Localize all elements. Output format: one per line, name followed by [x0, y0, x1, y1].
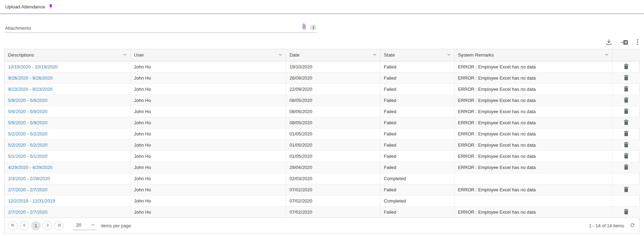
- delete-row-button[interactable]: [624, 142, 629, 148]
- description-link[interactable]: 4/29/2020 - 4/29/2020: [8, 165, 52, 170]
- grid-toolbar: [0, 38, 638, 47]
- table-row: 5/9/2020 - 5/9/2020 John Ho 08/05/2020 F…: [5, 106, 640, 117]
- remarks-cell: ERROR : Employee Excel has no data: [454, 61, 612, 72]
- user-cell: John Ho: [130, 95, 286, 106]
- page-size-dropdown[interactable]: 20: [73, 221, 96, 230]
- column-label: Descriptions: [8, 52, 34, 58]
- chevron-down-icon[interactable]: [123, 52, 127, 58]
- description-link[interactable]: 5/9/2020 - 5/9/2020: [8, 120, 48, 125]
- description-link[interactable]: 5/2/2020 - 5/2/2020: [8, 131, 48, 137]
- delete-row-button[interactable]: [624, 75, 629, 81]
- table-row: 5/2/2020 - 5/2/2020 John Ho 01/05/2020 F…: [5, 128, 640, 139]
- table-row: 2/7/2020 - 2/7/2020 John Ho 07/02/2020 F…: [5, 184, 640, 195]
- description-link[interactable]: 2/3/2020 - 2/28/2020: [8, 176, 50, 181]
- remarks-cell: [454, 173, 612, 184]
- refresh-button[interactable]: [630, 222, 635, 229]
- remarks-cell: ERROR : Employee Excel has no data: [454, 95, 612, 106]
- description-link[interactable]: 10/19/2020 - 10/19/2020: [8, 64, 58, 69]
- chevron-down-icon[interactable]: [278, 52, 283, 58]
- user-cell: John Ho: [130, 61, 286, 72]
- pager-range-label: 1 - 14 of 14 items: [589, 223, 624, 228]
- actions-cell: [612, 128, 640, 139]
- description-cell: 2/3/2020 - 2/28/2020: [5, 173, 130, 184]
- go-to-last-icon: [57, 223, 61, 228]
- user-cell: John Ho: [130, 139, 286, 150]
- state-cell: Failed: [380, 162, 454, 173]
- attach-file-button[interactable]: [301, 23, 307, 31]
- date-cell: 08/05/2020: [286, 106, 380, 117]
- last-page-button[interactable]: [54, 221, 64, 230]
- description-link[interactable]: 5/9/2020 - 5/9/2020: [8, 98, 48, 103]
- column-header-date[interactable]: Date: [286, 49, 380, 61]
- description-link[interactable]: 2/7/2020 - 2/7/2020: [8, 209, 48, 215]
- page-size-value: 20: [76, 222, 81, 228]
- info-button[interactable]: i: [310, 24, 317, 31]
- attachments-label: Attachments: [5, 25, 298, 31]
- delete-row-button[interactable]: [624, 186, 629, 193]
- column-label: User: [134, 52, 144, 58]
- attachments-field[interactable]: Attachments i: [5, 23, 317, 33]
- description-cell: 4/29/2020 - 4/29/2020: [5, 162, 130, 173]
- attendance-table: Descriptions User Date State System Rema…: [5, 49, 640, 217]
- remarks-cell: ERROR : Employee Excel has no data: [454, 184, 612, 195]
- column-header-state[interactable]: State: [380, 49, 454, 61]
- date-cell: 01/05/2020: [286, 139, 380, 150]
- delete-row-button[interactable]: [624, 153, 629, 160]
- description-link[interactable]: 5/1/2020 - 5/1/2020: [8, 154, 48, 159]
- column-header-descriptions[interactable]: Descriptions: [5, 49, 130, 61]
- description-link[interactable]: 5/9/2020 - 5/9/2020: [8, 109, 48, 114]
- delete-row-button[interactable]: [624, 209, 629, 215]
- info-icon: i: [310, 24, 317, 31]
- user-cell: John Ho: [130, 173, 286, 184]
- actions-cell: [612, 106, 640, 117]
- chevron-down-icon[interactable]: [372, 52, 377, 58]
- excel-export-button[interactable]: [621, 39, 628, 46]
- delete-row-button[interactable]: [624, 131, 629, 137]
- date-cell: 08/05/2020: [286, 117, 380, 128]
- column-label: Date: [290, 52, 300, 58]
- description-link[interactable]: 9/26/2020 - 9/26/2020: [8, 75, 52, 81]
- delete-row-button[interactable]: [624, 86, 629, 93]
- trash-icon: [624, 64, 629, 70]
- trash-icon: [624, 119, 629, 126]
- date-cell: 07/02/2020: [286, 195, 380, 206]
- delete-row-button[interactable]: [624, 119, 629, 126]
- chevron-down-icon[interactable]: [447, 52, 451, 58]
- description-link[interactable]: 12/2/2019 - 12/31/2019: [8, 198, 55, 204]
- column-header-system-remarks[interactable]: System Remarks: [454, 49, 612, 61]
- pin-button[interactable]: [48, 4, 53, 10]
- delete-row-button[interactable]: [624, 164, 629, 171]
- delete-row-button[interactable]: [624, 108, 629, 115]
- user-cell: John Ho: [130, 128, 286, 139]
- state-cell: Failed: [380, 95, 454, 106]
- description-link[interactable]: 2/7/2020 - 2/7/2020: [8, 187, 48, 192]
- page-1-button[interactable]: 1: [31, 221, 41, 230]
- user-cell: John Ho: [130, 117, 286, 128]
- remarks-cell: ERROR : Employee Excel has no data: [454, 139, 612, 150]
- next-page-button[interactable]: [43, 221, 52, 230]
- chevron-left-icon: [22, 223, 27, 228]
- description-link[interactable]: 5/2/2020 - 5/2/2020: [8, 142, 48, 148]
- go-to-first-icon: [11, 223, 15, 228]
- description-cell: 9/23/2020 - 9/23/2020: [5, 83, 130, 95]
- delete-row-button[interactable]: [624, 64, 629, 70]
- state-cell: Failed: [380, 206, 454, 217]
- description-cell: 5/9/2020 - 5/9/2020: [5, 95, 130, 106]
- download-button[interactable]: [606, 39, 612, 46]
- column-header-user[interactable]: User: [130, 49, 286, 61]
- previous-page-button[interactable]: [20, 221, 29, 230]
- pushpin-icon: [48, 4, 53, 10]
- more-options-button[interactable]: [637, 39, 638, 46]
- date-cell: 07/02/2020: [286, 184, 380, 195]
- state-cell: Failed: [380, 61, 454, 72]
- user-cell: John Ho: [130, 72, 286, 83]
- user-cell: John Ho: [130, 162, 286, 173]
- description-link[interactable]: 9/23/2020 - 9/23/2020: [8, 87, 52, 92]
- chevron-down-icon[interactable]: [605, 52, 609, 58]
- delete-row-button[interactable]: [624, 97, 629, 104]
- first-page-button[interactable]: [8, 221, 17, 230]
- trash-icon: [624, 186, 629, 193]
- remarks-cell: ERROR : Employee Excel has no data: [454, 162, 612, 173]
- trash-icon: [624, 209, 629, 215]
- state-cell: Completed: [380, 173, 454, 184]
